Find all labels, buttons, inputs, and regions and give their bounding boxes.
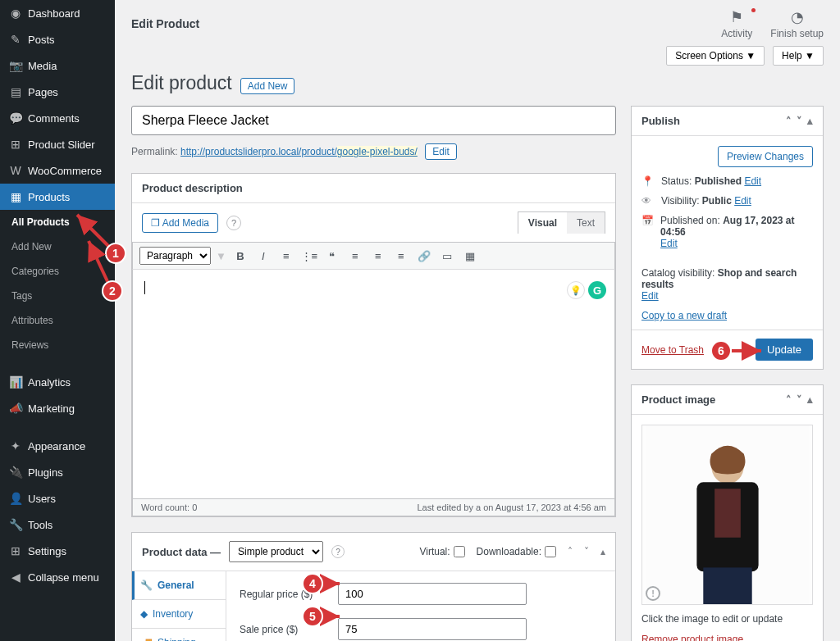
edit-product-heading: Edit product [131,72,232,94]
chevron-down-icon[interactable]: ˅ [584,546,589,557]
last-edited: Last edited by a on August 17, 2023 at 4… [417,502,606,512]
format-select[interactable]: Paragraph [139,247,211,265]
link-button[interactable]: 🔗 [415,247,433,265]
editor-textarea[interactable]: 💡 G [132,270,615,499]
move-trash-link[interactable]: Move to Trash [641,344,704,356]
edit-date-link[interactable]: Edit [660,238,678,249]
permalink-link[interactable]: http://productsliderpro.local/product/go… [180,146,418,157]
product-title-input[interactable] [131,106,616,135]
nav-icon: ▦ [8,190,23,203]
sidebar-item-woocommerce[interactable]: WWooCommerce [0,157,115,184]
edit-status-link[interactable]: Edit [744,175,761,187]
add-new-button[interactable]: Add New [240,78,295,94]
grammarly-badge[interactable]: 💡 G [567,281,606,299]
ul-button[interactable]: ≡ [277,247,295,265]
image-note: Click the image to edit or update [641,613,813,625]
align-center-button[interactable]: ≡ [369,247,387,265]
sidebar-item-reviews[interactable]: Reviews [0,333,115,357]
edit-visibility-link[interactable]: Edit [734,195,751,207]
nav-icon: ◀ [8,571,23,584]
sidebar-item-comments[interactable]: 💬Comments [0,105,115,131]
remove-image-link[interactable]: Remove product image [641,634,743,641]
preview-button[interactable]: Preview Changes [718,146,813,167]
ol-button[interactable]: ⋮≡ [300,247,318,265]
caret-icon[interactable]: ▴ [807,115,813,127]
bold-button[interactable]: B [231,247,249,265]
bulb-icon: 💡 [567,281,585,299]
caret-icon[interactable]: ▴ [600,546,605,557]
sidebar-item-product-slider[interactable]: ⊞Product Slider [0,131,115,157]
sidebar-item-tools[interactable]: 🔧Tools [0,511,115,538]
toggle-button[interactable]: ▦ [461,247,479,265]
italic-button[interactable]: I [254,247,272,265]
text-tab[interactable]: Text [567,212,605,234]
product-image-heading: Product image [641,393,715,406]
word-count: Word count: 0 [141,502,197,512]
permalink-edit-button[interactable]: Edit [425,143,457,160]
chevron-down-icon[interactable]: ˅ [797,393,802,406]
sidebar-item-users[interactable]: 👤Users [0,485,115,511]
product-data-panel: Product data — Simple product ? Virtual:… [131,532,616,641]
options-bar: Screen Options ▼ Help ▼ [131,46,824,66]
help-icon[interactable]: ? [331,545,345,558]
product-type-select[interactable]: Simple product [229,541,323,562]
copy-draft-link[interactable]: Copy to a new draft [641,310,813,321]
regular-price-input[interactable] [338,583,527,605]
tab-general[interactable]: 🔧General [132,571,226,600]
chevron-up-icon[interactable]: ˄ [786,115,792,127]
align-right-button[interactable]: ≡ [392,247,410,265]
finish-setup-button[interactable]: ◔Finish setup [770,8,824,39]
sidebar-item-appearance[interactable]: ✦Appearance [0,433,115,459]
help-icon[interactable]: ? [226,216,241,230]
warning-icon: ! [646,586,660,601]
help-button[interactable]: Help ▼ [773,46,824,66]
page-title: Edit Product [131,17,199,30]
downloadable-check[interactable]: Downloadable: [477,546,556,557]
sidebar-item-attributes[interactable]: Attributes [0,308,115,333]
sidebar-item-tags[interactable]: Tags [0,284,115,308]
caret-icon[interactable]: ▴ [807,393,813,406]
sidebar-item-posts[interactable]: ✎Posts [0,26,115,52]
sidebar-item-pages[interactable]: ▤Pages [0,79,115,105]
sidebar-item-dashboard[interactable]: ◉Dashboard [0,0,115,26]
quote-button[interactable]: ❝ [323,247,341,265]
add-media-button[interactable]: ❐ Add Media [142,213,218,233]
sidebar-item-all-products[interactable]: All Products [0,210,115,234]
edit-catalog-link[interactable]: Edit [641,290,659,302]
visual-tab[interactable]: Visual [518,212,567,234]
sidebar-item-collapse-menu[interactable]: ◀Collapse menu [0,564,115,590]
chevron-up-icon[interactable]: ˄ [786,393,792,406]
sidebar-item-media[interactable]: 📷Media [0,52,115,79]
heading: Edit product Add New [131,72,824,94]
sidebar-item-analytics[interactable]: 📊Analytics [0,369,115,395]
activity-button[interactable]: ⚑Activity [721,8,752,39]
sidebar-item-marketing[interactable]: 📣Marketing [0,395,115,421]
align-left-button[interactable]: ≡ [346,247,364,265]
sidebar-item-products[interactable]: ▦Products [0,184,115,210]
screen-options-button[interactable]: Screen Options ▼ [666,46,765,66]
chevron-down-icon[interactable]: ˅ [797,115,802,127]
update-button[interactable]: Update [756,339,813,361]
sidebar-item-add-new[interactable]: Add New [0,234,115,259]
tab-shipping[interactable]: 🚚Shipping [132,629,226,641]
tab-inventory[interactable]: ◆Inventory [132,600,226,629]
product-data-tabs: 🔧General ◆Inventory 🚚Shipping [132,571,226,641]
clock-icon: ◔ [770,8,824,26]
sale-price-input[interactable] [338,618,527,640]
inventory-icon: ◆ [140,608,148,620]
sidebar-item-plugins[interactable]: 🔌Plugins [0,459,115,485]
nav-icon: 🔧 [8,518,23,531]
more-button[interactable]: ▭ [438,247,456,265]
chevron-up-icon[interactable]: ˄ [568,546,573,557]
permalink-row: Permalink: http://productsliderpro.local… [131,143,616,160]
product-image[interactable]: ! [641,425,813,605]
nav-icon: ✎ [8,33,23,46]
nav-icon: 📷 [8,59,23,72]
calendar-icon: 📅 [641,215,654,226]
eye-icon: 👁 [641,195,655,207]
sidebar-item-categories[interactable]: Categories [0,259,115,284]
virtual-check[interactable]: Virtual: [419,546,464,557]
sidebar-item-settings[interactable]: ⊞Settings [0,538,115,564]
grammarly-icon: G [588,281,606,299]
nav-icon: 📊 [8,375,23,389]
